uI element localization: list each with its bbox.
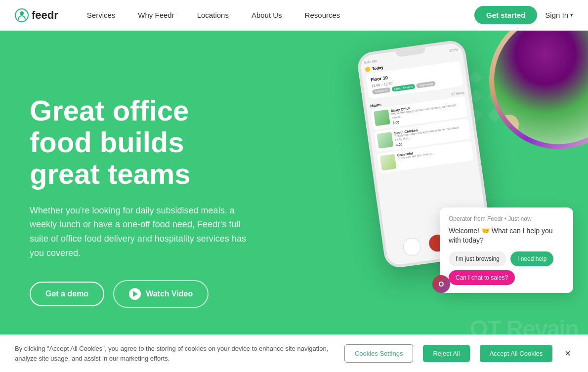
hero-content: Great office food builds great teams Whe… (0, 65, 257, 337)
cookies-accept-button[interactable]: Accept All Cookies (480, 345, 553, 362)
nav-links: Services Why Feedr Locations About Us Re… (78, 7, 474, 23)
hero-title: Great office food builds great teams (30, 95, 257, 189)
logo[interactable]: feedr (15, 8, 58, 22)
chat-widget: O Operator from Feedr • Just now Welcome… (440, 207, 573, 293)
cookies-close-button[interactable]: × (562, 348, 573, 359)
chat-message: Welcome! 🤝 What can I help you with toda… (449, 226, 564, 246)
feedr-logo-icon (15, 8, 29, 22)
food-image-1 (374, 109, 390, 126)
phone-tag-3: Vegetarian (416, 81, 436, 88)
phone-battery: 100% (449, 48, 459, 52)
hero-section: Great office food builds great teams Whe… (0, 31, 588, 372)
phone-time: 9:41 AM (364, 59, 377, 65)
nav-about-us[interactable]: About Us (243, 7, 291, 23)
cookies-reject-button[interactable]: Reject All (423, 345, 469, 362)
chat-btn-sales[interactable]: Can I chat to sales? (449, 270, 515, 285)
phone-tag-1: Takeaway (372, 87, 391, 95)
bowl-garnish-2 (499, 115, 519, 134)
cookies-text: By clicking "Accept All Cookies", you ag… (15, 344, 335, 363)
signin-label: Sign In (545, 11, 568, 19)
phone-nav-icon-1 (402, 237, 422, 257)
hero-buttons: Get a demo Watch Video (30, 280, 257, 308)
phone-floor: Floor 10 (370, 75, 388, 83)
play-icon (129, 288, 141, 300)
cookies-banner: By clicking "Accept All Cookies", you ag… (0, 334, 588, 372)
food-image-2 (377, 132, 393, 149)
today-icon (365, 67, 370, 72)
watch-video-label: Watch Video (146, 289, 193, 298)
chat-operator-label: Operator from Feedr • Just now (449, 215, 564, 222)
get-started-button[interactable]: Get started (474, 6, 537, 24)
food-image-3 (380, 154, 397, 171)
nav-services[interactable]: Services (78, 7, 125, 23)
phone-tag-2: Urban Greens (391, 83, 416, 92)
cookies-settings-button[interactable]: Cookies Settings (344, 344, 414, 363)
nav-resources[interactable]: Resources (296, 7, 349, 23)
phone-item-count: 22 items (451, 91, 464, 96)
watch-video-button[interactable]: Watch Video (113, 280, 209, 308)
nav-why-feedr[interactable]: Why Feedr (129, 7, 183, 23)
play-triangle (133, 291, 138, 297)
chevron-down-icon: ▾ (570, 12, 573, 18)
get-demo-button[interactable]: Get a demo (30, 282, 104, 306)
food-bowl-decoration (489, 31, 588, 179)
phone-section-label: Mains (370, 102, 382, 108)
svg-point-1 (20, 11, 24, 15)
today-label: Today (372, 65, 383, 71)
chat-btn-browsing[interactable]: I'm just browsing (449, 251, 506, 266)
bowl-image (489, 31, 588, 149)
hero-subtitle: Whether you're looking for daily subsidi… (30, 204, 257, 260)
navbar: feedr Services Why Feedr Locations About… (0, 0, 588, 31)
chat-action-buttons: I'm just browsing I need help Can I chat… (449, 251, 564, 285)
chat-avatar: O (432, 275, 450, 293)
signin-button[interactable]: Sign In ▾ (545, 11, 573, 19)
chat-btn-help[interactable]: I need help (510, 251, 553, 266)
brand-name: feedr (32, 9, 58, 22)
nav-locations[interactable]: Locations (188, 7, 238, 23)
